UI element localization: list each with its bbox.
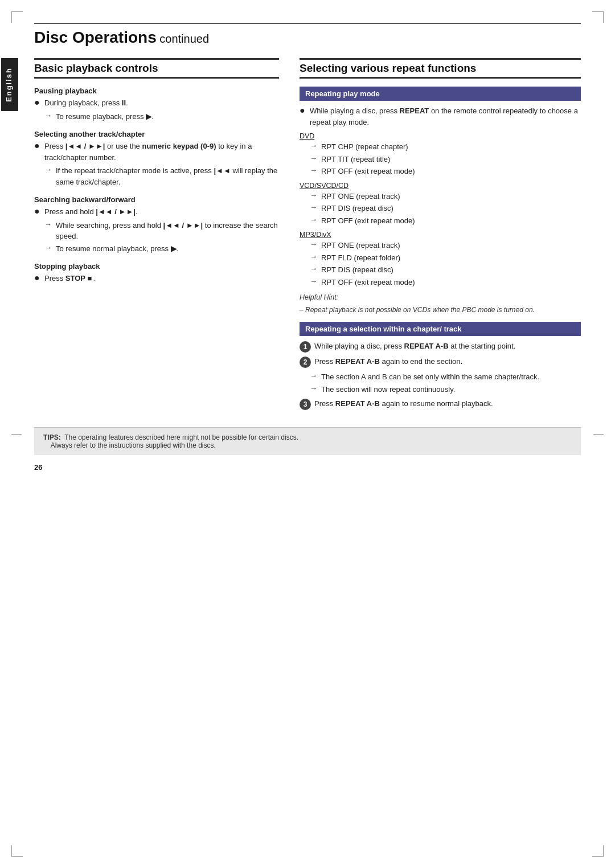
vcd-label: VCD/SVCD/CD <box>300 182 581 190</box>
arrow-icon: → <box>44 111 54 120</box>
bullet-icon: ● <box>34 97 42 108</box>
two-col-layout: English Basic playback controls Pausing … <box>34 58 581 413</box>
page-container: Disc Operations continued English Basic … <box>0 0 615 868</box>
left-column: English Basic playback controls Pausing … <box>34 58 279 286</box>
corner-mark-br <box>592 845 604 857</box>
side-mark-left <box>11 434 22 435</box>
step2-arrow-2: → The section will now repeat continuous… <box>310 384 581 395</box>
mp3-text-3: RPT DIS (repeat disc) <box>321 264 393 276</box>
step2-arrow-text-1: The section A and B can be set only with… <box>321 371 539 383</box>
mp3-text-2: RPT FLD (repeat folder) <box>321 252 400 264</box>
step-2: 2 Press REPEAT A-B again to end the sect… <box>300 356 581 368</box>
bullet-search-text: Press and hold |◄◄ / ►►|. <box>44 206 138 218</box>
arrow-mp3-4: → <box>310 277 319 285</box>
arrow-dvd-2: → <box>310 154 319 162</box>
dvd-label: DVD <box>300 132 581 140</box>
mp3-text-4: RPT OFF (exit repeat mode) <box>321 277 415 288</box>
mp3-arrow-4: → RPT OFF (exit repeat mode) <box>310 277 581 288</box>
arrow-pausing-text: To resume playback, press ▶. <box>56 111 154 122</box>
page-title-continued: continued <box>157 32 209 45</box>
arrow-icon-4: → <box>44 243 54 252</box>
page-title-text: Disc Operations <box>34 28 157 46</box>
corner-mark-tl <box>11 11 23 23</box>
subsection-search: Searching backward/forward <box>34 195 279 204</box>
helpful-hint-label: Helpful Hint: <box>300 293 581 301</box>
bullet-icon-2: ● <box>34 141 42 151</box>
subsection-stop: Stopping playback <box>34 262 279 271</box>
step-2-num: 2 <box>300 357 311 368</box>
step-1: 1 While playing a disc, press REPEAT A-B… <box>300 341 581 353</box>
bullet-stop-1: ● Press STOP ■ . <box>34 273 279 284</box>
arrow-icon-3: → <box>44 220 54 228</box>
step-2-text: Press REPEAT A-B again to end the sectio… <box>314 356 462 367</box>
english-tab: English <box>1 58 18 111</box>
bullet-repeat-intro: ● While playing a disc, press REPEAT on … <box>300 105 581 128</box>
arrow-vcd-1: → <box>310 191 319 199</box>
subsection-track: Selecting another track/chapter <box>34 130 279 138</box>
subsection-track-title: Selecting another track/chapter <box>34 130 145 138</box>
bullet-track-1: ● Press |◄◄ / ►►| or use the numeric key… <box>34 141 279 163</box>
vcd-arrow-1: → RPT ONE (repeat track) <box>310 191 581 202</box>
step-1-num: 1 <box>300 341 311 353</box>
side-mark-right <box>593 434 604 435</box>
arrow-icon-2: → <box>44 165 54 174</box>
bullet-pausing-text: During playback, press II. <box>44 97 128 109</box>
dvd-text-3: RPT OFF (exit repeat mode) <box>321 166 415 177</box>
corner-mark-tr <box>592 11 604 23</box>
subsection-search-title: Searching backward/forward <box>34 195 136 204</box>
dvd-text-1: RPT CHP (repeat chapter) <box>321 141 408 153</box>
page-title: Disc Operations continued <box>34 23 581 47</box>
vcd-text-2: RPT DIS (repeat disc) <box>321 203 393 214</box>
bullet-stop-text: Press STOP ■ . <box>44 273 96 284</box>
bullet-icon-3: ● <box>34 206 42 216</box>
arrow-pausing-1: → To resume playback, press ▶. <box>44 111 279 122</box>
vcd-arrow-2: → RPT DIS (repeat disc) <box>310 203 581 214</box>
arrow-mp3-3: → <box>310 264 319 273</box>
tips-label: TIPS: <box>43 433 61 441</box>
tips-text: The operating features described here mi… <box>43 433 298 449</box>
mp3-arrow-2: → RPT FLD (repeat folder) <box>310 252 581 264</box>
arrow-mp3-2: → <box>310 252 319 261</box>
tips-footer: TIPS: The operating features described h… <box>34 427 581 455</box>
right-column: Selecting various repeat functions Repea… <box>300 58 581 413</box>
arrow-dvd-3: → <box>310 166 319 174</box>
bullet-icon-5: ● <box>300 105 308 116</box>
arrow-search-2: → To resume normal playback, press ▶. <box>44 243 279 255</box>
arrow-search-text-2: To resume normal playback, press ▶. <box>56 243 178 255</box>
repeating-play-box: Repeating play mode <box>300 87 581 101</box>
step-3-text: Press REPEAT A-B again to resume normal … <box>314 398 493 410</box>
subsection-stop-title: Stopping playback <box>34 262 100 271</box>
arrow-dvd-1: → <box>310 141 319 150</box>
arrow-search-1: → While searching, press and hold |◄◄ / … <box>44 220 279 242</box>
subsection-pausing: Pausing playback <box>34 87 279 95</box>
bullet-track-text: Press |◄◄ / ►►| or use the numeric keypa… <box>44 141 279 163</box>
arrow-search-text-1: While searching, press and hold |◄◄ / ►►… <box>56 220 279 242</box>
mp3-label: MP3/DivX <box>300 231 581 239</box>
mp3-arrow-1: → RPT ONE (repeat track) <box>310 240 581 251</box>
left-section-header: Basic playback controls <box>34 58 279 79</box>
bullet-icon-4: ● <box>34 273 42 283</box>
vcd-text-1: RPT ONE (repeat track) <box>321 191 400 202</box>
step-3: 3 Press REPEAT A-B again to resume norma… <box>300 398 581 410</box>
arrow-step2-1: → <box>310 371 319 380</box>
vcd-text-3: RPT OFF (exit repeat mode) <box>321 215 415 227</box>
subsection-pausing-title: Pausing playback <box>34 87 97 95</box>
helpful-hint-text: – Repeat playback is not possible on VCD… <box>300 305 581 315</box>
dvd-text-2: RPT TIT (repeat title) <box>321 154 390 165</box>
arrow-vcd-3: → <box>310 215 319 224</box>
mp3-text-1: RPT ONE (repeat track) <box>321 240 400 251</box>
arrow-vcd-2: → <box>310 203 319 211</box>
bullet-repeat-intro-text: While playing a disc, press REPEAT on th… <box>310 105 581 128</box>
vcd-arrow-3: → RPT OFF (exit repeat mode) <box>310 215 581 227</box>
repeating-selection-box: Repeating a selection within a chapter/ … <box>300 322 581 336</box>
arrow-track-text: If the repeat track/chapter mode is acti… <box>56 165 279 187</box>
arrow-step2-2: → <box>310 384 319 392</box>
dvd-arrow-1: → RPT CHP (repeat chapter) <box>310 141 581 153</box>
step2-arrow-1: → The section A and B can be set only wi… <box>310 371 581 383</box>
bullet-search-1: ● Press and hold |◄◄ / ►►|. <box>34 206 279 218</box>
step-1-text: While playing a disc, press REPEAT A-B a… <box>314 341 515 352</box>
mp3-arrow-3: → RPT DIS (repeat disc) <box>310 264 581 276</box>
step-3-num: 3 <box>300 399 311 410</box>
right-section-header: Selecting various repeat functions <box>300 58 581 79</box>
dvd-arrow-2: → RPT TIT (repeat title) <box>310 154 581 165</box>
